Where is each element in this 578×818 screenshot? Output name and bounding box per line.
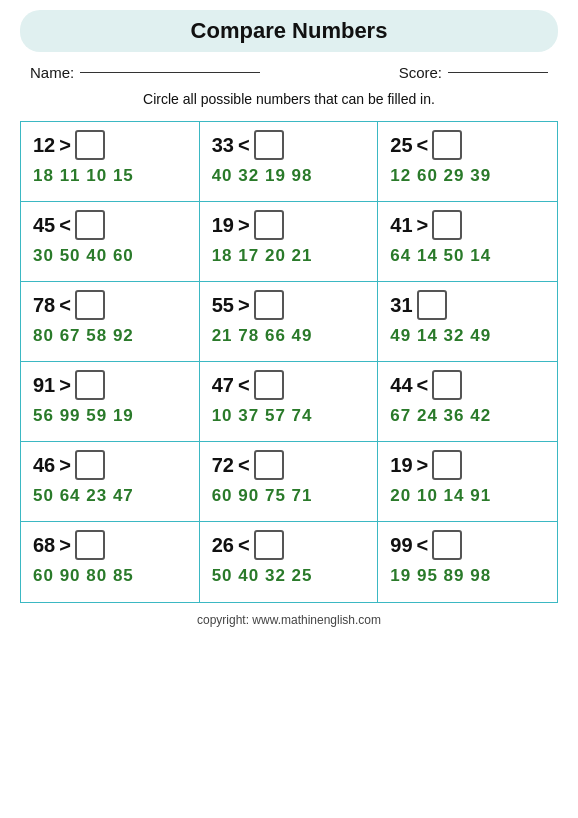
problem-operator: < [238, 454, 250, 477]
problem-number: 41 [390, 214, 412, 237]
choices: 18 17 20 21 [212, 246, 366, 266]
problems-grid: 12 > 18 11 10 1533 < 40 32 19 9825 < 12 … [20, 121, 558, 603]
name-label: Name: [30, 64, 74, 81]
answer-box[interactable] [432, 450, 462, 480]
problem-cell: 44 < 67 24 36 42 [378, 362, 557, 442]
problem-operator: < [417, 534, 429, 557]
choices: 49 14 32 49 [390, 326, 545, 346]
answer-box[interactable] [254, 370, 284, 400]
answer-box[interactable] [432, 210, 462, 240]
problem-line: 47 < [212, 370, 366, 400]
page: Compare Numbers Name: Score: Circle all … [0, 0, 578, 818]
problem-operator: > [417, 214, 429, 237]
problem-cell: 91 > 56 99 59 19 [21, 362, 200, 442]
problem-cell: 12 > 18 11 10 15 [21, 122, 200, 202]
answer-box[interactable] [254, 450, 284, 480]
problem-operator: < [59, 214, 71, 237]
answer-box[interactable] [75, 130, 105, 160]
problem-operator: > [59, 134, 71, 157]
answer-box[interactable] [75, 210, 105, 240]
answer-box[interactable] [75, 530, 105, 560]
score-field: Score: [399, 64, 548, 81]
choices: 50 40 32 25 [212, 566, 366, 586]
problem-cell: 99 < 19 95 89 98 [378, 522, 557, 602]
answer-box[interactable] [432, 130, 462, 160]
problem-operator: > [238, 294, 250, 317]
choices: 20 10 14 91 [390, 486, 545, 506]
score-label: Score: [399, 64, 442, 81]
problem-number: 25 [390, 134, 412, 157]
header-row: Name: Score: [20, 64, 558, 81]
problem-number: 19 [212, 214, 234, 237]
problem-line: 46 > [33, 450, 187, 480]
page-title: Compare Numbers [40, 18, 538, 44]
choices: 18 11 10 15 [33, 166, 187, 186]
problem-line: 55 > [212, 290, 366, 320]
problem-operator: > [238, 214, 250, 237]
problem-cell: 45 < 30 50 40 60 [21, 202, 200, 282]
problem-line: 91 > [33, 370, 187, 400]
problem-operator: > [59, 534, 71, 557]
problem-operator: < [238, 134, 250, 157]
problem-cell: 72 < 60 90 75 71 [200, 442, 379, 522]
problem-operator: < [59, 294, 71, 317]
copyright: copyright: www.mathinenglish.com [20, 613, 558, 627]
choices: 50 64 23 47 [33, 486, 187, 506]
problem-cell: 68 > 60 90 80 85 [21, 522, 200, 602]
choices: 64 14 50 14 [390, 246, 545, 266]
problem-cell: 33 < 40 32 19 98 [200, 122, 379, 202]
answer-box[interactable] [75, 450, 105, 480]
problem-number: 47 [212, 374, 234, 397]
name-underline [80, 72, 260, 73]
problem-line: 41 > [390, 210, 545, 240]
choices: 60 90 75 71 [212, 486, 366, 506]
problem-operator: > [59, 454, 71, 477]
problem-operator: > [417, 454, 429, 477]
problem-number: 78 [33, 294, 55, 317]
problem-number: 72 [212, 454, 234, 477]
problem-cell: 55 > 21 78 66 49 [200, 282, 379, 362]
problem-line: 19 > [212, 210, 366, 240]
problem-line: 72 < [212, 450, 366, 480]
answer-box[interactable] [432, 530, 462, 560]
answer-box[interactable] [254, 130, 284, 160]
name-field: Name: [30, 64, 260, 81]
answer-box[interactable] [432, 370, 462, 400]
problem-number: 33 [212, 134, 234, 157]
problem-operator: < [238, 534, 250, 557]
problem-line: 45 < [33, 210, 187, 240]
problem-number: 44 [390, 374, 412, 397]
choices: 19 95 89 98 [390, 566, 545, 586]
problem-operator: > [59, 374, 71, 397]
problem-line: 78 < [33, 290, 187, 320]
problem-cell: 26 < 50 40 32 25 [200, 522, 379, 602]
choices: 10 37 57 74 [212, 406, 366, 426]
answer-box[interactable] [75, 370, 105, 400]
answer-box[interactable] [254, 290, 284, 320]
problem-cell: 19 > 18 17 20 21 [200, 202, 379, 282]
choices: 56 99 59 19 [33, 406, 187, 426]
problem-number: 99 [390, 534, 412, 557]
problem-line: 99 < [390, 530, 545, 560]
problem-line: 19 > [390, 450, 545, 480]
choices: 12 60 29 39 [390, 166, 545, 186]
problem-operator: < [417, 134, 429, 157]
choices: 60 90 80 85 [33, 566, 187, 586]
problem-cell: 47 < 10 37 57 74 [200, 362, 379, 442]
answer-box[interactable] [417, 290, 447, 320]
problem-number: 26 [212, 534, 234, 557]
instructions: Circle all possible numbers that can be … [20, 91, 558, 107]
problem-cell: 78 < 80 67 58 92 [21, 282, 200, 362]
problem-number: 12 [33, 134, 55, 157]
choices: 30 50 40 60 [33, 246, 187, 266]
answer-box[interactable] [75, 290, 105, 320]
answer-box[interactable] [254, 210, 284, 240]
problem-number: 45 [33, 214, 55, 237]
score-underline [448, 72, 548, 73]
problem-number: 19 [390, 454, 412, 477]
answer-box[interactable] [254, 530, 284, 560]
title-bar: Compare Numbers [20, 10, 558, 52]
choices: 80 67 58 92 [33, 326, 187, 346]
problem-number: 68 [33, 534, 55, 557]
choices: 21 78 66 49 [212, 326, 366, 346]
